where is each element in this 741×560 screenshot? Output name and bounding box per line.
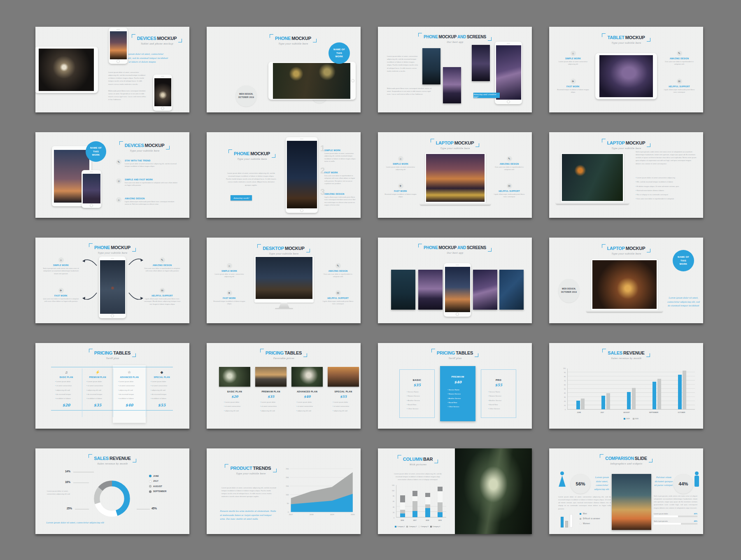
slide-11-phone-mockup-and-screens[interactable]: PHONEMOCKUP ANDSCREENS Our best app <box>378 238 532 323</box>
svg-text:2020: 2020 <box>351 513 355 516</box>
bar-2020 <box>683 371 686 409</box>
slide-title-accent: LAPTOP <box>436 140 454 145</box>
plan-service: Brand New <box>447 401 475 404</box>
project-name-badge: NAME OF THIS WORK <box>329 42 350 64</box>
slide-header: PRICINGTABLES Tariff plan <box>79 349 145 359</box>
women-percent: 56% <box>571 474 590 494</box>
slide-title: MOCKUP <box>291 36 311 41</box>
slide-header: COMPARISONSLIDE Infographics and widgets <box>587 454 665 465</box>
progress-value: 48% <box>694 520 697 522</box>
curved-arrow-icon <box>128 291 144 303</box>
slide-07-laptop-mockup[interactable]: LAPTOPMOCKUP Type your subtitle here ☼ S… <box>378 132 532 218</box>
bracket-icon <box>647 249 650 252</box>
plan-service: Service Name <box>447 389 475 391</box>
chat-icon: ✉ <box>336 290 341 296</box>
slide-title: MOCKUP <box>111 245 130 250</box>
plan-service: Service Name <box>488 391 516 393</box>
feature-amazing-design: ☼ AMAZING DESIGN Ligula ullamcorper male… <box>116 197 178 206</box>
svg-text:0: 0 <box>288 511 289 513</box>
slide-title: MOCKUP <box>250 151 270 156</box>
slide-02-phone-mockup[interactable]: PHONEMOCKUP Type your subtitle here WEB … <box>207 27 361 112</box>
slide-19-column-bar[interactable]: COLUMNBAR With pictures Lorem ipsum dolo… <box>378 448 532 534</box>
slide-title-accent: AND <box>457 245 466 250</box>
feature-amazing-design: ✎ AMAZING DESIGN Duis aute irure dolor i… <box>492 156 526 171</box>
slide-03-phone-mockup-and-screens[interactable]: PHONEMOCKUP ANDSCREENS Our best app Lore… <box>378 27 532 112</box>
svg-text:2018: 2018 <box>310 513 314 516</box>
slide-04-tablet-mockup[interactable]: TABLETMOCKUP Type your subtitle here ☼ S… <box>549 27 703 112</box>
slide-08-laptop-mockup[interactable]: LAPTOPMOCKUP Type your subtitle here Sed… <box>549 132 703 218</box>
slide-subtitle: Type your subtitle here <box>79 252 145 254</box>
svg-text:50: 50 <box>287 502 289 504</box>
slide-17-sales-revenue[interactable]: SALESREVENUE Sales revenue by month 14% … <box>35 448 189 534</box>
leader-line <box>75 509 89 509</box>
palm-sunset-photo <box>426 154 485 202</box>
script-text: Posuere morbi leo urna molestie at eleme… <box>220 509 277 521</box>
svg-text:100: 100 <box>286 494 289 496</box>
slide-15-pricing-tables[interactable]: PRICINGTABLES Tariff plan BASIC $35 Serv… <box>378 343 532 429</box>
slide-09-phone-mockup[interactable]: PHONEMOCKUP Type your subtitle here ☼ SI… <box>35 238 189 323</box>
phone-mockup-device <box>99 257 126 318</box>
progress-bar <box>654 523 697 525</box>
slide-title-accent: PHONE <box>234 151 249 156</box>
bracket-icon <box>225 464 228 468</box>
leader-line <box>73 472 94 472</box>
stacked-bar <box>400 495 405 517</box>
sunset-silhouette-photo <box>110 31 127 59</box>
feature-helpful-support: ✉ HELPFUL SUPPORT Ligula ullamcorper mal… <box>492 183 526 198</box>
milkyway-arch-photo <box>599 55 653 97</box>
hand-night-sky-photo <box>287 141 317 208</box>
date-badge: WEB DESIGN, OCTOBER 2019 <box>558 279 580 303</box>
slide-05-devices-mockup[interactable]: DEVICESMOCKUP Type your subtitle here NA… <box>35 132 189 218</box>
bracket-icon <box>602 139 606 142</box>
plan-feature: adipiscing elit sed <box>333 410 359 412</box>
bracket-icon <box>434 460 438 463</box>
slide-12-laptop-mockup[interactable]: LAPTOPMOCKUP Type your subtitle here WEB… <box>549 238 703 323</box>
slide-title-accent: PHONE <box>424 245 438 250</box>
plan-feature: sit amet consectetur <box>224 405 250 408</box>
feature-label: FAST WORK <box>324 171 356 174</box>
bracket-icon <box>132 34 135 38</box>
plan-feature: adipiscing elit sed <box>86 389 111 392</box>
slide-title: MOCKUP <box>439 35 457 39</box>
feature-text: Eiusmod tempor incididunt ut labore magn… <box>212 300 246 306</box>
feature-fast-work: FAST WORK Duis aute irure dolor in repre… <box>324 170 356 185</box>
app-screen-cactus <box>422 48 440 84</box>
slide-06-phone-mockup[interactable]: PHONEMOCKUP Type your subtitle here Lore… <box>207 132 361 218</box>
plan-name: BASIC PLAN <box>219 390 250 393</box>
feature-amazing-design: ✎ AMAZING DESIGN Duis aute irure dolor i… <box>663 51 696 66</box>
progress-row: Lorem ipsum dolor42% <box>654 513 697 517</box>
slide-header: DEVICESMOCKUP Tablet and phone mockup <box>126 34 188 45</box>
app-screen-blue-tree <box>499 270 524 310</box>
plan-feature: Lorem ipsum dolor <box>86 380 111 383</box>
curved-arrow-icon <box>82 257 98 267</box>
plan-feature: incididunt ut labore <box>151 397 175 400</box>
slide-16-sales-revenue[interactable]: SALESREVENUE Sales revenue by month 1009… <box>549 343 703 429</box>
slide-10-desktop-mockup[interactable]: DESKTOPMOCKUP Type your subtitle here ☼ … <box>207 238 361 323</box>
smile-icon: ☺ <box>116 178 121 184</box>
feature-text: Ligula ullamcorper malesuada proin liber… <box>143 298 181 306</box>
script-text: Lorem ipsum dolor sit amet, consectetur … <box>46 521 108 525</box>
script-text: Lorem ipsum dolor sit amet, consectetur … <box>667 296 700 308</box>
body-paragraph: Sed ut perspiciatis unde omnis iste natu… <box>636 150 697 165</box>
slide-header: PRICINGTABLES Tariff plan <box>422 349 488 359</box>
bracket-icon <box>475 353 478 357</box>
slide-01-devices-mockup[interactable]: DEVICESMOCKUP Tablet and phone mockup Lo… <box>35 27 189 112</box>
slide-title-accent: PRICING <box>94 350 112 355</box>
feature-helpful-support: ✉ HELPFUL SUPPORT Ligula ullamcorper mal… <box>321 290 355 306</box>
plan-name: SPECIAL PLAN <box>328 390 359 393</box>
svg-text:2019: 2019 <box>330 513 334 516</box>
bracket-icon <box>133 459 136 462</box>
slide-subtitle: Our best app <box>416 252 494 254</box>
slide-14-pricing-tables[interactable]: PRICINGTABLES Favorable prices BASIC PLA… <box>207 343 361 429</box>
slide-13-pricing-tables[interactable]: PRICINGTABLES Tariff plan ♫ BASIC PLAN L… <box>35 343 189 429</box>
feature-label: FAST WORK <box>384 190 417 192</box>
slide-18-product-trends[interactable]: PRODUCTTRENDS Type your subtitle here Lo… <box>207 448 361 534</box>
bullet-item: Lorem ipsum dolor sit amet consectetur a… <box>636 177 697 179</box>
bar-2020 <box>606 393 610 409</box>
slide-header: PHONEMOCKUP ANDSCREENS Our best app <box>416 243 494 254</box>
bar-2019 <box>652 382 656 409</box>
bar-group <box>627 369 636 409</box>
divider <box>51 410 173 411</box>
plan-service: Newest Service <box>447 393 475 395</box>
slide-20-comparison-slide[interactable]: COMPARISONSLIDE Infographics and widgets… <box>549 448 703 534</box>
